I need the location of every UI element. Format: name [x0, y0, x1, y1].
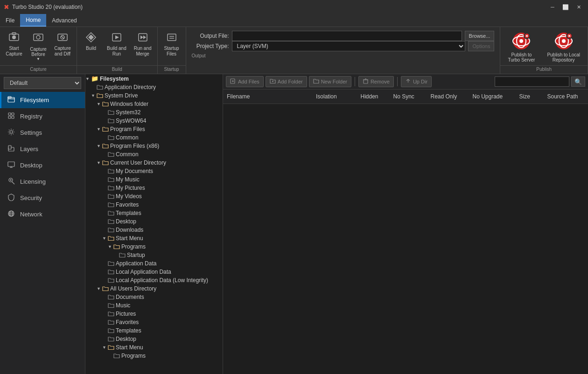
ribbon-startup-items: StartupFiles	[158, 29, 186, 65]
build-button[interactable]: Build	[79, 29, 103, 53]
col-sourcepath[interactable]: Source Path	[544, 91, 588, 102]
desktop-label: Desktop	[20, 162, 42, 169]
sidebar-item-desktop[interactable]: Desktop	[0, 157, 85, 173]
col-nosync[interactable]: No Sync	[390, 91, 427, 102]
toolbar-sep-1	[355, 77, 355, 86]
tree-item-current-user-dir[interactable]: ▼Current User Directory	[85, 159, 223, 167]
capture-before-button[interactable]: CaptureBefore ▼	[26, 29, 50, 63]
add-folder-button[interactable]: Add Folder	[266, 76, 307, 87]
tree-item-system32[interactable]: System32	[85, 108, 223, 117]
col-isolation[interactable]: Isolation	[312, 91, 357, 102]
sidebar-item-settings[interactable]: Settings	[0, 125, 85, 141]
tree-item-downloads[interactable]: Downloads	[85, 226, 223, 234]
new-folder-button[interactable]: New Folder	[309, 76, 351, 87]
svg-rect-40	[8, 145, 11, 149]
col-size[interactable]: Size	[516, 91, 544, 102]
svg-rect-15	[168, 34, 176, 41]
menu-file[interactable]: File	[0, 14, 20, 27]
publish-local-button[interactable]: Publish to LocalRepository	[541, 29, 586, 65]
tree-item-common1[interactable]: Common	[85, 133, 223, 142]
tree-item-templates[interactable]: Templates	[85, 209, 223, 217]
ribbon-capture-label: Capture	[0, 65, 77, 74]
add-files-button[interactable]: Add Files	[226, 76, 264, 87]
tree-item-documents[interactable]: Documents	[85, 293, 223, 301]
svg-point-1	[12, 35, 16, 39]
tree-item-my-videos[interactable]: My Videos	[85, 192, 223, 201]
sidebar-dropdown[interactable]: Default	[4, 77, 81, 89]
col-readonly[interactable]: Read Only	[427, 91, 469, 102]
new-folder-label: New Folder	[321, 79, 347, 84]
tree-item-favorites[interactable]: Favorites	[85, 201, 223, 209]
sidebar-item-registry[interactable]: Registry	[0, 108, 85, 125]
tree-item-common2[interactable]: Common	[85, 150, 223, 159]
output-file-input[interactable]	[232, 31, 462, 41]
tree-item-my-pictures[interactable]: My Pictures	[85, 184, 223, 192]
tree-item-my-documents[interactable]: My Documents	[85, 167, 223, 175]
tree-item-syswow64[interactable]: SysWOW64	[85, 117, 223, 125]
tree-item-program-files[interactable]: ▼Program Files	[85, 125, 223, 133]
file-table-body	[223, 104, 588, 374]
sidebar-item-licensing[interactable]: Licensing	[0, 173, 85, 190]
start-capture-button[interactable]: Start Capture	[2, 29, 26, 59]
filesystem-label: Filesystem	[20, 97, 49, 104]
options-button[interactable]: Options	[468, 41, 494, 51]
search-input[interactable]	[495, 76, 569, 87]
tree-item-all-users-dir[interactable]: ▼All Users Directory	[85, 284, 223, 293]
maximize-button[interactable]: ⬜	[560, 2, 571, 12]
startup-files-button[interactable]: StartupFiles	[160, 29, 184, 59]
tree-item-music[interactable]: Music	[85, 301, 223, 310]
tree-item-local-app-data[interactable]: Local Application Data	[85, 268, 223, 276]
app-title: Turbo Studio 20 (evaluation)	[12, 4, 547, 10]
tree-item-startup[interactable]: Startup	[85, 251, 223, 259]
tree-item-local-app-data-low[interactable]: Local Application Data (Low Integrity)	[85, 276, 223, 284]
run-merge-button[interactable]: Run andMerge	[130, 29, 155, 59]
tree-item-start-menu[interactable]: ▼Start Menu	[85, 234, 223, 242]
filesystem-icon	[7, 96, 15, 104]
search-button[interactable]: 🔍	[571, 76, 585, 87]
tree-item-desktop2[interactable]: Desktop	[85, 335, 223, 343]
capture-before-arrow: ▼	[36, 57, 40, 61]
tree-item-filesystem-root[interactable]: ▼📁Filesystem	[85, 74, 223, 83]
menu-advanced[interactable]: Advanced	[46, 14, 82, 27]
sidebar-item-security[interactable]: Security	[0, 190, 85, 206]
tree-item-application-data[interactable]: Application Data	[85, 259, 223, 268]
tree-item-programs[interactable]: ▼Programs	[85, 242, 223, 251]
menu-home[interactable]: Home	[20, 14, 46, 27]
tree-item-pictures[interactable]: Pictures	[85, 310, 223, 318]
network-icon	[7, 210, 15, 219]
publish-turbo-button[interactable]: Publish toTurbo Server	[502, 29, 540, 65]
up-dir-button[interactable]: Up Dir	[401, 76, 432, 87]
capture-before-main: CaptureBefore ▼	[30, 32, 47, 61]
tree-item-favorites2[interactable]: Favorites	[85, 318, 223, 326]
capture-diff-button[interactable]: Capture and Diff	[50, 29, 75, 59]
tree-item-program-files-x86[interactable]: ▼Program Files (x86)	[85, 142, 223, 150]
sidebar-item-layers[interactable]: Layers	[0, 141, 85, 157]
minimize-button[interactable]: ─	[547, 2, 558, 12]
tree-item-templates2[interactable]: Templates	[85, 326, 223, 335]
remove-button[interactable]: Remove	[358, 76, 394, 87]
close-button[interactable]: ✕	[573, 2, 584, 12]
col-noupgrade[interactable]: No Upgrade	[469, 91, 516, 102]
col-filename[interactable]: Filename	[223, 91, 312, 102]
tree-item-programs2[interactable]: Programs	[85, 352, 223, 360]
project-type-label: Project Type:	[192, 43, 229, 49]
ribbon: Start Capture CaptureBefore ▼	[0, 27, 588, 74]
tree-item-windows-folder[interactable]: ▼Windows folder	[85, 100, 223, 108]
project-type-select[interactable]: Layer (SVM) Application Component	[232, 41, 466, 51]
capture-before-label: CaptureBefore	[30, 47, 47, 57]
tree-item-system-drive[interactable]: ▼System Drive	[85, 91, 223, 100]
tree-item-my-music[interactable]: My Music	[85, 175, 223, 184]
browse-button[interactable]: Browse...	[465, 31, 495, 41]
build-run-button[interactable]: Build andRun	[103, 29, 130, 59]
tree-item-application-dir[interactable]: Application Directory	[85, 83, 223, 91]
ribbon-group-publish: Publish toTurbo Server Publish to LocalR…	[500, 27, 588, 74]
sidebar-item-filesystem[interactable]: Filesystem	[0, 92, 85, 108]
sidebar-item-network[interactable]: Network	[0, 206, 85, 222]
col-hidden[interactable]: Hidden	[357, 91, 390, 102]
svg-point-21	[519, 39, 523, 43]
add-folder-icon	[270, 78, 276, 85]
tree-item-desktop-folder[interactable]: Desktop	[85, 217, 223, 226]
tree-item-start-menu2[interactable]: ▼Start Menu	[85, 343, 223, 352]
security-label: Security	[20, 194, 42, 201]
licensing-label: Licensing	[20, 178, 46, 185]
